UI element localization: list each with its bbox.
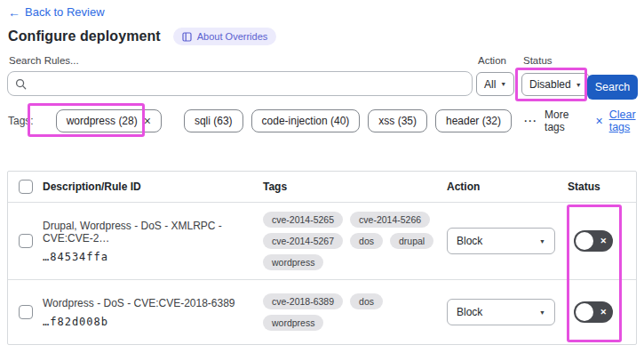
rule-tag: dos — [350, 293, 383, 309]
ellipsis-icon: ⋯ — [523, 113, 537, 129]
column-header-description: Description/Rule ID — [43, 180, 263, 193]
table-row: Wordpress - DoS - CVE:CVE-2018-6389 …f82… — [8, 280, 636, 344]
title-row: Configure deployment About Overrides — [8, 28, 276, 45]
tags-bar: Tags: wordpress (28) × sqli (63) code-in… — [8, 108, 644, 133]
action-select[interactable]: Block ▼ — [447, 228, 555, 254]
row-checkbox[interactable] — [19, 305, 33, 319]
chevron-down-icon: ▼ — [576, 82, 582, 88]
tag-filter-header[interactable]: header (32) — [435, 109, 512, 132]
search-rules-label: Search Rules... — [9, 55, 79, 66]
row-checkbox[interactable] — [19, 234, 33, 248]
docs-icon — [182, 32, 192, 42]
action-select[interactable]: Block ▼ — [447, 299, 555, 325]
tag-filter-xss[interactable]: xss (35) — [368, 109, 427, 132]
clear-tags-label: Clear tags — [609, 108, 644, 133]
rule-tag: dos — [350, 233, 383, 249]
column-header-action: Action — [447, 180, 568, 193]
rule-tag: cve-2014-5266 — [350, 212, 430, 228]
column-header-tags: Tags — [263, 180, 447, 193]
tags-label: Tags: — [8, 115, 34, 127]
status-toggle-off[interactable]: ✕ — [574, 301, 613, 323]
back-to-review-link[interactable]: ← Back to Review — [8, 5, 105, 19]
action-select-value: Block — [457, 306, 482, 318]
column-header-status: Status — [568, 180, 636, 193]
more-tags-label: More tags — [545, 108, 575, 133]
rule-tag: cve-2014-5265 — [263, 212, 343, 228]
page-title: Configure deployment — [8, 28, 161, 44]
rule-tag: drupal — [390, 233, 433, 249]
rule-id: …f82d008b — [43, 316, 235, 328]
search-icon — [15, 78, 27, 90]
rules-table: Description/Rule ID Tags Action Status D… — [7, 171, 637, 345]
rule-tag: wordpress — [263, 254, 323, 270]
rule-tag: cve-2014-5267 — [263, 233, 343, 249]
rule-tag: wordpress — [263, 315, 323, 331]
toggle-x-icon: ✕ — [600, 308, 607, 317]
toggle-knob — [576, 303, 593, 321]
status-toggle-off[interactable]: ✕ — [574, 230, 613, 252]
clear-tags-button[interactable]: × Clear tags — [595, 108, 644, 133]
search-input-wrap[interactable] — [7, 71, 473, 96]
status-dropdown[interactable]: Disabled ▼ — [521, 73, 590, 96]
more-tags-button[interactable]: ⋯ More tags — [523, 108, 575, 133]
table-header-row: Description/Rule ID Tags Action Status — [8, 172, 636, 203]
rule-description: Drupal, Wordpress - DoS - XMLRPC - CVE:C… — [43, 220, 263, 245]
select-all-checkbox[interactable] — [19, 180, 33, 194]
about-overrides-label: About Overrides — [197, 31, 267, 42]
action-select-value: Block — [457, 235, 482, 247]
back-arrow-icon: ← — [8, 6, 20, 19]
table-row: Drupal, Wordpress - DoS - XMLRPC - CVE:C… — [8, 203, 636, 280]
status-dropdown-value: Disabled — [529, 78, 571, 91]
action-dropdown-value: All — [484, 78, 496, 91]
action-label: Action — [478, 55, 506, 66]
close-icon: × — [595, 114, 602, 128]
back-link-label: Back to Review — [25, 5, 105, 19]
tag-filter-code-injection[interactable]: code-injection (40) — [251, 109, 361, 132]
chevron-down-icon: ▼ — [500, 81, 506, 87]
toggle-knob — [576, 232, 593, 250]
tag-filter-sqli[interactable]: sqli (63) — [184, 109, 243, 132]
remove-tag-icon[interactable]: × — [144, 115, 151, 127]
configure-deployment-page: ← Back to Review Configure deployment Ab… — [0, 0, 644, 361]
search-input[interactable] — [32, 77, 465, 90]
rule-id: …84534ffa — [43, 251, 263, 263]
chevron-down-icon: ▼ — [539, 309, 545, 316]
toggle-x-icon: ✕ — [600, 237, 607, 245]
status-label: Status — [523, 55, 553, 66]
chevron-down-icon: ▼ — [539, 238, 545, 245]
rule-tag: cve-2018-6389 — [263, 293, 343, 309]
about-overrides-badge[interactable]: About Overrides — [173, 28, 276, 45]
action-dropdown[interactable]: All ▼ — [476, 72, 514, 96]
search-button[interactable]: Search — [587, 75, 638, 100]
tag-filter-wordpress[interactable]: wordpress (28) × — [56, 109, 162, 132]
tag-filter-label: wordpress (28) — [67, 115, 138, 127]
rule-description: Wordpress - DoS - CVE:CVE-2018-6389 — [43, 297, 235, 309]
